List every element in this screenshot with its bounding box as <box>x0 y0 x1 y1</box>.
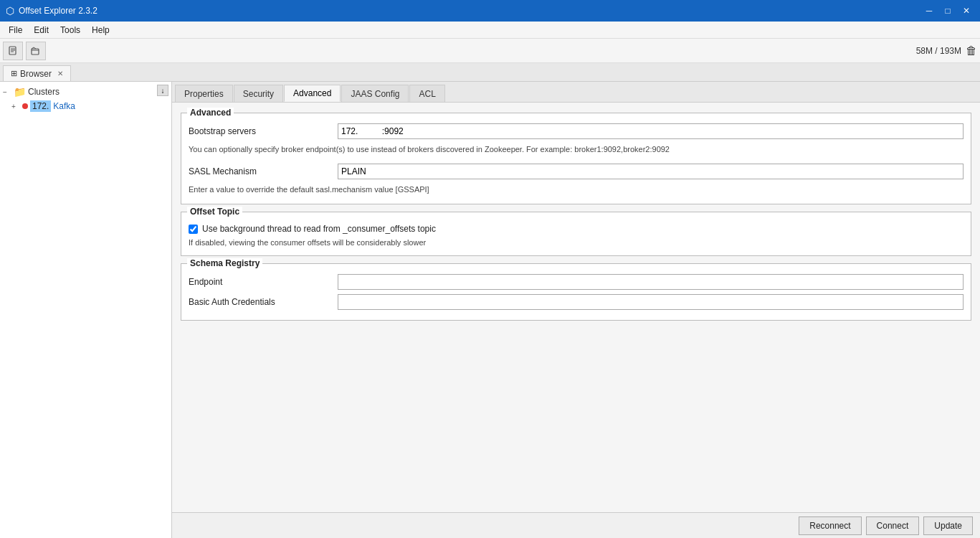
tab-security[interactable]: Security <box>234 85 283 102</box>
tab-properties[interactable]: Properties <box>175 85 233 102</box>
schema-registry-section: Schema Registry Endpoint Basic Auth Cred… <box>181 263 971 321</box>
menu-help[interactable]: Help <box>86 24 115 37</box>
schema-registry-title: Schema Registry <box>187 258 262 268</box>
browser-tab-icon: ⊞ <box>11 69 17 78</box>
titlebar-left: ⬡ Offset Explorer 2.3.2 <box>6 5 97 16</box>
sasl-row: SASL Mechanism <box>189 164 964 179</box>
clusters-label: Clusters <box>28 87 60 97</box>
bootstrap-hint: You can optionally specify broker endpoi… <box>189 143 964 158</box>
bottom-bar: Reconnect Connect Update <box>172 512 980 538</box>
connect-button[interactable]: Connect <box>866 516 920 535</box>
bootstrap-input[interactable] <box>338 123 964 139</box>
form-content: Advanced Bootstrap servers You can optio… <box>172 103 980 512</box>
endpoint-row: Endpoint <box>189 274 964 290</box>
menu-tools[interactable]: Tools <box>54 24 86 37</box>
app-title: Offset Explorer 2.3.2 <box>19 6 97 16</box>
browser-tab-close[interactable]: ✕ <box>57 70 63 77</box>
minimize-button[interactable]: ─ <box>921 3 937 19</box>
down-arrow-icon: ↓ <box>161 87 165 95</box>
toolbar-right: 58M / 193M 🗑 <box>916 44 977 57</box>
sasl-label: SASL Mechanism <box>189 166 332 176</box>
update-button[interactable]: Update <box>923 516 973 535</box>
clusters-tree-item[interactable]: − 📁 Clusters <box>0 85 171 99</box>
advanced-section-title: Advanced <box>187 108 234 118</box>
toolbar: 58M / 193M 🗑 <box>0 39 980 63</box>
app-icon: ⬡ <box>6 5 14 16</box>
cluster-ip-highlight: 172. <box>30 100 51 112</box>
offset-topic-checkbox-row: Use background thread to read from _cons… <box>189 221 964 237</box>
main-layout: ↓ − 📁 Clusters + 172. Kafka Properties S… <box>0 82 980 538</box>
advanced-section: Advanced Bootstrap servers You can optio… <box>181 113 971 204</box>
toolbar-icon-btn-1[interactable] <box>3 42 23 60</box>
maximize-button[interactable]: □ <box>940 3 956 19</box>
menubar: File Edit Tools Help <box>0 22 980 39</box>
toolbar-icon-btn-2[interactable] <box>26 42 46 60</box>
tab-acl[interactable]: ACL <box>409 85 444 102</box>
close-button[interactable]: ✕ <box>958 3 974 19</box>
tab-strip: Properties Security Advanced JAAS Config… <box>172 82 980 103</box>
trash-icon[interactable]: 🗑 <box>966 44 977 57</box>
reconnect-button[interactable]: Reconnect <box>799 516 861 535</box>
cluster-row[interactable]: + 172. Kafka <box>0 99 171 113</box>
memory-label: 58M / 193M <box>916 46 961 56</box>
menu-edit[interactable]: Edit <box>28 24 54 37</box>
tree-expand-icon: − <box>3 88 11 96</box>
browser-tab-label: Browser <box>20 69 52 79</box>
cluster-status-dot <box>22 103 28 109</box>
svg-rect-4 <box>32 49 39 55</box>
cluster-expand-icon: + <box>11 103 20 110</box>
tab-jaas-config[interactable]: JAAS Config <box>341 85 409 102</box>
background-thread-checkbox[interactable] <box>189 225 198 234</box>
content-panel: Properties Security Advanced JAAS Config… <box>172 82 980 538</box>
bootstrap-label: Bootstrap servers <box>189 126 332 136</box>
bootstrap-row: Bootstrap servers <box>189 123 964 139</box>
sasl-hint: Enter a value to override the default sa… <box>189 184 964 198</box>
endpoint-label: Endpoint <box>189 277 332 287</box>
browser-tabs-bar: ⊞ Browser ✕ <box>0 63 980 82</box>
folder-icon: 📁 <box>14 86 26 98</box>
basic-auth-row: Basic Auth Credentials <box>189 294 964 310</box>
sasl-input[interactable] <box>338 164 964 179</box>
toolbar-left <box>3 42 46 60</box>
offset-topic-hint: If disabled, viewing the consumer offset… <box>189 237 964 250</box>
menu-file[interactable]: File <box>3 24 28 37</box>
endpoint-input[interactable] <box>338 274 964 290</box>
offset-topic-title: Offset Topic <box>187 207 242 217</box>
basic-auth-input[interactable] <box>338 294 964 310</box>
browser-tab[interactable]: ⊞ Browser ✕ <box>3 65 71 81</box>
sidebar-scroll-btn[interactable]: ↓ <box>157 85 168 96</box>
sidebar: ↓ − 📁 Clusters + 172. Kafka <box>0 82 172 538</box>
basic-auth-label: Basic Auth Credentials <box>189 297 332 307</box>
titlebar: ⬡ Offset Explorer 2.3.2 ─ □ ✕ <box>0 0 980 22</box>
cluster-kafka-label: Kafka <box>53 101 75 111</box>
titlebar-controls: ─ □ ✕ <box>921 3 974 19</box>
tab-advanced[interactable]: Advanced <box>284 85 341 102</box>
background-thread-label: Use background thread to read from _cons… <box>202 224 436 234</box>
offset-topic-section: Offset Topic Use background thread to re… <box>181 212 971 256</box>
